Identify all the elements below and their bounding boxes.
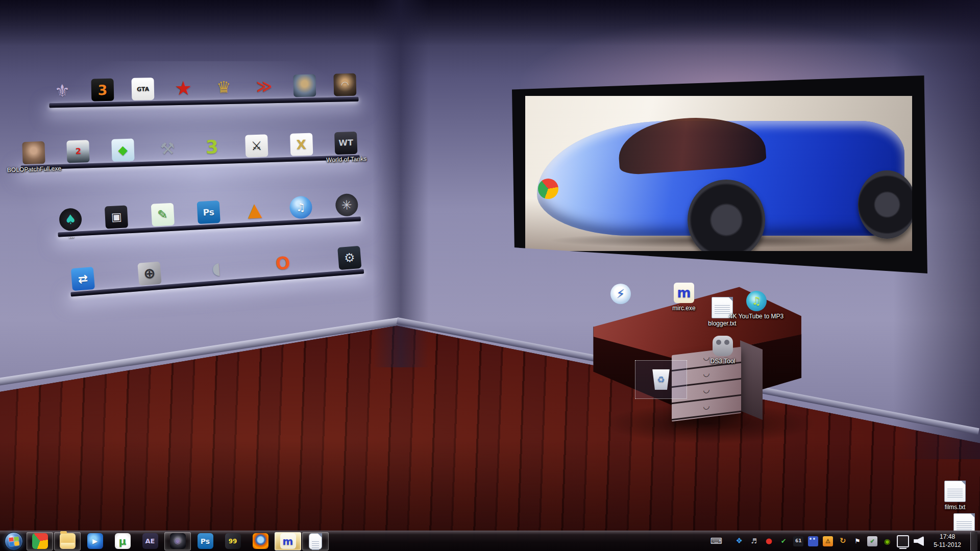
youtube-mp3-icon-glyph: ♫ [746, 291, 767, 311]
utorrent-taskbar: µ [115, 533, 131, 549]
gamepad-tray-icon[interactable] [808, 536, 819, 546]
start-button[interactable] [2, 532, 26, 550]
photoshop-shelf-icon[interactable]: Ps [197, 201, 220, 224]
bf-tools-icon[interactable]: ⚒ [156, 137, 179, 160]
bolopatch-icon[interactable]: BOLOPatchFull.exe [22, 141, 45, 164]
system-tray: ⌨❖♬●✔61⚠↻⚑✔◉ 17:48 5-11-2012 [711, 532, 978, 551]
keyboard-tray-icon[interactable]: ⌨ [711, 536, 722, 546]
teamspeak-icon[interactable]: ◖ [204, 256, 228, 280]
ping-monitor-taskbar: 99 [225, 533, 241, 549]
la-noire-icon[interactable]: ◠ [333, 73, 356, 96]
helmet-game-icon[interactable]: ♛ [212, 76, 235, 99]
globe-app-icon-glyph: ⊕ [137, 262, 161, 286]
alert-tray-icon[interactable]: ⚠ [823, 536, 834, 546]
red-alert-icon-glyph: ★ [172, 77, 195, 99]
world-of-tanks-icon[interactable]: WTWorld of Tanks [334, 132, 357, 155]
daemon-tools-icon-glyph: ⚡ [610, 284, 631, 304]
media-reel-icon[interactable]: ✳ [335, 193, 358, 217]
volume-tray-icon[interactable] [914, 536, 925, 546]
sims3-icon[interactable]: 3 [201, 136, 224, 159]
gpu-temp-tray-icon[interactable]: 61 [793, 536, 804, 546]
after-effects-taskbar[interactable]: AE [137, 532, 163, 550]
chrome-taskbar[interactable] [27, 532, 53, 550]
camera-app-taskbar-glyph: ◉ [170, 533, 186, 549]
audio-tray-icon[interactable]: ♬ [749, 536, 760, 546]
game-3-icon-glyph: 3 [91, 79, 114, 102]
world-of-tanks-icon-glyph: WT [334, 132, 357, 155]
ds3-tool-icon-glyph [713, 336, 733, 356]
update-tray-icon[interactable]: ✔ [867, 536, 878, 546]
wmp-taskbar: ▶ [87, 533, 103, 549]
daemon-tools-icon[interactable]: ⚡ [610, 284, 631, 304]
media-reel-icon-glyph: ✳ [335, 193, 358, 217]
desktop: ⚜3GTA★♛≫◠ BOLOPatchFull.exe2◆⚒3⚔XWTWorld… [0, 0, 980, 551]
counter-strike-icon[interactable]: ⚔ [245, 134, 268, 157]
game-3-icon[interactable]: 3 [91, 79, 114, 102]
pokerstars-icon[interactable]: ♠... [59, 208, 82, 231]
red-alert-icon[interactable]: ★ [172, 77, 195, 99]
vlc-icon-glyph: ▲ [243, 198, 266, 221]
steam-icon[interactable]: ⚙ [337, 246, 361, 270]
show-desktop-button[interactable] [970, 532, 977, 551]
recorder-tray-icon-glyph: ● [764, 536, 774, 546]
notepad-taskbar [309, 533, 322, 549]
cube-app-icon[interactable]: ▣ [105, 205, 128, 229]
globe-app-icon[interactable]: ⊕ [137, 262, 161, 286]
usb-tray-icon[interactable]: ✔ [778, 536, 790, 546]
sims-icon[interactable]: ◆ [111, 138, 134, 161]
flag-tray-icon[interactable]: ⚑ [852, 536, 864, 546]
origin-icon[interactable]: O [271, 251, 295, 275]
mirc-taskbar[interactable]: m [275, 532, 301, 550]
youtube-mp3-icon[interactable]: ♫4K YouTube to MP3 [746, 291, 767, 311]
gta-icon[interactable]: GTA [132, 78, 155, 101]
notepad-taskbar[interactable] [302, 532, 329, 550]
explorer-taskbar[interactable] [54, 532, 81, 550]
usb-tray-icon-glyph: ✔ [778, 536, 789, 546]
after-effects-taskbar: AE [142, 533, 158, 549]
ds3-tool-icon[interactable]: DS3 Tool [713, 336, 733, 356]
explorer-taskbar-glyph [60, 533, 76, 549]
flight-simulator-icon[interactable]: X [290, 133, 313, 156]
taskbar-clock[interactable]: 17:48 5-11-2012 [934, 533, 961, 549]
recycle-bin-icon[interactable]: ♻ [651, 369, 671, 390]
update-tray-icon-glyph: ✔ [867, 536, 877, 546]
photoshop-taskbar-glyph: Ps [198, 533, 213, 549]
photoshop-taskbar[interactable]: Ps [192, 532, 218, 550]
chrome-shortcut-icon[interactable] [538, 179, 558, 199]
camera-app-taskbar[interactable]: ◉ [164, 532, 191, 550]
photoshop-shelf-icon-glyph: Ps [197, 201, 220, 224]
mirc-desktop-icon-label: mirc.exe [672, 305, 695, 312]
ping-monitor-taskbar[interactable]: 99 [219, 532, 246, 550]
saints-row-icon[interactable]: ⚜ [51, 79, 74, 102]
pokerstars-icon-label: ... [68, 232, 74, 240]
network-tray-icon[interactable] [897, 535, 910, 547]
wmp-taskbar[interactable]: ▶ [82, 532, 108, 550]
mirc-desktop-icon[interactable]: mmirc.exe [674, 283, 694, 303]
battlefield-icon[interactable] [293, 74, 316, 97]
films-txt-icon[interactable]: films.txt [944, 481, 966, 502]
vlc-icon[interactable]: ▲ [243, 198, 266, 221]
chrome-taskbar [32, 533, 48, 549]
dropbox-tray-icon[interactable]: ❖ [734, 536, 745, 546]
recorder-tray-icon[interactable]: ● [764, 536, 775, 546]
taskbar: ▶µAE◉Ps99m ⌨❖♬●✔61⚠↻⚑✔◉ 17:48 5-11-2012 [0, 531, 980, 551]
notepad-plus-plus-icon-glyph: ✎ [151, 203, 174, 227]
flight-simulator-icon-glyph: X [290, 133, 313, 156]
chrome-shortcut-icon-glyph [538, 179, 558, 199]
saints-row-icon-glyph: ⚜ [51, 79, 74, 102]
mirc-taskbar-glyph: m [280, 533, 296, 549]
steam-icon-glyph: ⚙ [337, 246, 361, 270]
utorrent-taskbar[interactable]: µ [109, 532, 136, 550]
moto-game-icon[interactable]: ≫ [253, 75, 276, 98]
firefox-taskbar[interactable] [247, 532, 274, 550]
teamviewer-icon[interactable]: ⇄ [71, 267, 95, 291]
just-cause-2-icon[interactable]: 2 [67, 140, 90, 163]
itunes-icon[interactable]: ♫ [289, 195, 312, 219]
nvidia-tray-icon[interactable]: ◉ [882, 536, 893, 546]
drawer-unit-side [740, 340, 763, 420]
origin-icon-glyph: O [271, 251, 295, 275]
notepad-plus-plus-icon[interactable]: ✎ [151, 203, 174, 227]
sync-tray-icon[interactable]: ↻ [838, 536, 849, 546]
chrome-taskbar-glyph [32, 533, 48, 549]
pokerstars-icon-glyph: ♠ [59, 208, 82, 231]
